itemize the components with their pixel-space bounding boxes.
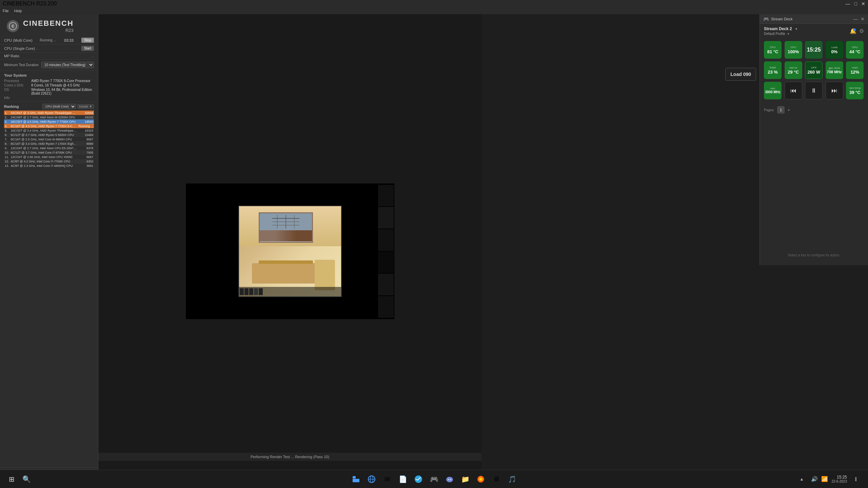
sd-prev-btn[interactable]: ⏮ xyxy=(785,82,802,99)
sd-titlebar: 🎮 Stream Deck — ✕ xyxy=(760,14,868,24)
taskbar-app-mail[interactable]: ✉ xyxy=(380,472,394,486)
up-arrow-icon: ▲ xyxy=(800,477,804,482)
sd-load-btn[interactable]: Load 0% xyxy=(826,41,843,59)
cinebench-logo-icon: C xyxy=(7,20,19,32)
sd-ramtemp-label: ram temp xyxy=(849,87,861,90)
sd-add-page[interactable]: + xyxy=(787,107,790,113)
table-row[interactable]: 13. 4C/8T @ 2.3 GHz, Intel Core i7-4850H… xyxy=(4,163,94,168)
sd-clock-value: 15:25 xyxy=(807,47,821,53)
sd-gpu-temp-btn[interactable]: GPU 44 °C xyxy=(846,41,864,59)
taskbar-app-browser[interactable] xyxy=(365,472,378,486)
sd-next-btn[interactable]: ⏭ xyxy=(826,82,843,99)
sd-gpuclock-btn[interactable]: gpu clock 708 MHz xyxy=(826,61,843,79)
status-text: Performing Render Test ... Rendering (Pa… xyxy=(251,455,329,459)
load-indicator: Load 090 xyxy=(725,68,756,81)
render-canvas xyxy=(186,183,394,319)
sd-pages: Pages: 1 + xyxy=(760,103,868,116)
rank-score: 9067 xyxy=(78,137,94,141)
taskbar-left: ⊞ 🔍 xyxy=(5,473,33,485)
sd-minimize[interactable]: — xyxy=(853,16,858,22)
taskbar-app-pdf[interactable]: 📄 xyxy=(396,472,410,486)
notification-dot xyxy=(853,28,856,31)
sd-ups-btn[interactable]: UPS 260 W xyxy=(805,61,823,79)
sd-settings-icon[interactable]: ⚙ xyxy=(859,28,864,34)
ranking-filter-dropdown[interactable]: CPU (Multi Core) xyxy=(42,104,76,109)
menu-help[interactable]: Help xyxy=(14,9,22,13)
titlebar-buttons: — □ ✕ xyxy=(846,1,865,6)
table-row[interactable]: 1. 32C/64T @ 3 GHz, AMD Ryzen Threadripp… xyxy=(4,111,94,115)
ranking-controls: CPU (Multi Core) Details ▼ xyxy=(42,104,94,109)
sd-cpu-temp-btn[interactable]: CPU 81 °C xyxy=(764,41,782,59)
mp-ratio-row: MP Ratio ... xyxy=(0,53,98,60)
table-row[interactable]: 3. 16C/32T @ 4.5 GHz, AMD Ryzen 7 7700X … xyxy=(4,119,94,124)
sd-notification-icon[interactable]: 🔔 xyxy=(850,28,856,34)
table-row[interactable]: 2. 24C/48T @ 2.7 GHz, Intel Xeon W-3265M… xyxy=(4,115,94,119)
taskbar-app-steam[interactable]: 🎮 xyxy=(427,472,441,486)
sd-profile[interactable]: Default Profile ▼ xyxy=(764,32,798,36)
titlebar-title: CINEBENCH R23.200 xyxy=(3,1,57,7)
sd-pages-label: Pages: xyxy=(764,108,774,112)
table-row[interactable]: 12. 4C/8T @ 4.2 GHz, Intel Core i7-7700K… xyxy=(4,159,94,163)
table-row[interactable]: 6. 6C/12T @ 3.7 GHz, AMD Ryzen 5 5600X C… xyxy=(4,133,94,137)
sd-config-hint: Select a key to configure its action. xyxy=(788,253,840,257)
sd-ramclock-label: ram xyxy=(770,87,775,90)
sd-vram-btn[interactable]: vram 12% xyxy=(846,61,864,79)
rank-number: 3. xyxy=(4,119,10,124)
sd-ramclock-btn[interactable]: ram 3000 MHz xyxy=(764,82,782,99)
menu-file[interactable]: File xyxy=(3,9,9,13)
sd-ramtemp-btn[interactable]: ram temp 39 °C xyxy=(846,82,864,99)
sd-page-1[interactable]: 1 xyxy=(777,106,785,114)
min-duration-row: Minimum Test Duration 10 minutes (Test T… xyxy=(0,60,98,71)
restore-button[interactable]: □ xyxy=(854,1,857,6)
taskbar-arrow-icon[interactable]: ▲ xyxy=(795,473,808,485)
taskbar-show-desktop[interactable]: ▌ xyxy=(850,473,863,485)
taskbar-app-explorer[interactable]: 📁 xyxy=(458,472,472,486)
search-icon: 🔍 xyxy=(22,475,31,483)
close-button[interactable]: ✕ xyxy=(861,1,865,6)
start-button[interactable]: Start xyxy=(81,46,94,51)
taskbar-app-discord[interactable] xyxy=(443,472,456,486)
taskbar-app-music[interactable]: 🎵 xyxy=(505,472,519,486)
taskbar-volume-icon[interactable]: 🔊 xyxy=(811,476,818,482)
details-button[interactable]: Details ▼ xyxy=(77,104,94,109)
table-row[interactable]: 9. 12C/24T @ 2.7 GHz, Intel Xeon CPU E5-… xyxy=(4,146,94,150)
sd-ram-btn[interactable]: RAM 23 % xyxy=(764,61,782,79)
taskbar-app-firefox[interactable] xyxy=(474,472,488,486)
rank-number: 9. xyxy=(4,146,10,150)
rank-score: 3891 xyxy=(78,163,94,168)
sd-profile-name: Default Profile xyxy=(764,32,785,36)
rank-number: 8. xyxy=(4,141,10,146)
sd-clock-btn[interactable]: 15:25 xyxy=(805,41,823,59)
stream-deck-panel: 🎮 Stream Deck — ✕ Stream Deck 2 ▼ Defaul… xyxy=(760,14,868,265)
taskbar-app-telegram[interactable] xyxy=(412,472,425,486)
min-duration-select[interactable]: 10 minutes (Test Throttling) xyxy=(41,62,94,68)
taskbar-network-icon[interactable]: 📶 xyxy=(821,476,828,482)
sd-close[interactable]: ✕ xyxy=(861,16,865,22)
table-row[interactable]: 5. 16C/32T @ 3.4 GHz, AMD Ryzen Threadri… xyxy=(4,128,94,133)
os-label: OS xyxy=(4,88,31,95)
logo-area: C CINEBENCH R23 xyxy=(0,14,98,36)
sd-vram-label: vram xyxy=(852,66,858,69)
rank-name: 6C/12T @ 3.7 GHz, AMD Ryzen 5 5600X CPU xyxy=(10,133,78,137)
sd-chevron-icon[interactable]: ▼ xyxy=(795,27,798,31)
rank-name: 4C/8T @ 2.3 GHz, Intel Core i7-4850HQ CP… xyxy=(10,163,78,168)
minimize-button[interactable]: — xyxy=(846,1,850,6)
taskbar-app-monitor[interactable]: 🖥 xyxy=(490,472,503,486)
sd-title-text: Stream Deck xyxy=(771,17,793,21)
sd-ssd-btn[interactable]: ssd os 29 °C xyxy=(785,61,802,79)
taskbar-app-files[interactable] xyxy=(349,472,363,486)
table-row[interactable]: 8. 8C/16T @ 3.4 GHz, AMD Ryzen 7 1700X E… xyxy=(4,141,94,146)
sd-playpause-btn[interactable]: ⏸ xyxy=(805,82,823,99)
svg-rect-8 xyxy=(353,476,356,479)
render-border xyxy=(238,206,342,297)
rank-score: 24243 xyxy=(78,115,94,119)
table-row[interactable]: 7. 8C/16T @ 2.5 GHz, Intel Core i9-9880H… xyxy=(4,137,94,141)
sd-device-selector[interactable]: Stream Deck 2 ▼ xyxy=(764,26,798,31)
table-row[interactable]: 10. 8C/12T @ 3.7 GHz, Intel Core i7-8700… xyxy=(4,150,94,155)
sd-cpu-load-btn[interactable]: CPU 100% xyxy=(785,41,802,59)
stop-button[interactable]: Stop xyxy=(81,38,94,43)
table-row[interactable]: 11. 12C/24T @ 2.66 GHz, Intel Xeon CPU X… xyxy=(4,155,94,159)
start-button[interactable]: ⊞ xyxy=(5,473,18,485)
table-row[interactable]: 4. 8C/16T @ 4.5 GHz, AMD Ryzen 7 7700X 8… xyxy=(4,124,94,128)
search-button[interactable]: 🔍 xyxy=(20,473,33,485)
